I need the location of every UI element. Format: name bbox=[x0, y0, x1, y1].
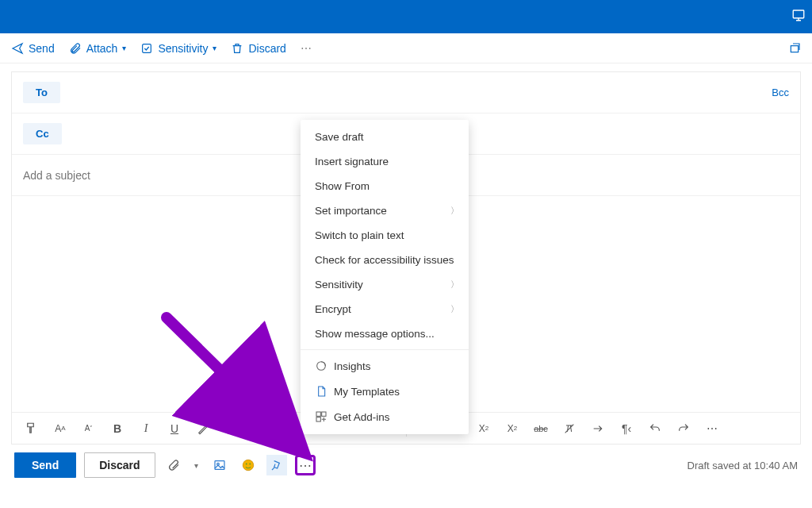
svg-rect-1 bbox=[143, 44, 151, 52]
menu-save-draft[interactable]: Save draft bbox=[301, 125, 469, 149]
insights-icon bbox=[315, 360, 327, 372]
compose-toolbar: Send Attach ▾ Sensitivity ▾ Discard ⋯ bbox=[0, 33, 812, 64]
highlight-button[interactable] bbox=[194, 420, 212, 437]
menu-sensitivity[interactable]: Sensitivity〉 bbox=[301, 272, 469, 297]
svg-point-16 bbox=[245, 464, 247, 465]
svg-point-15 bbox=[243, 460, 254, 471]
send-icon bbox=[11, 42, 24, 55]
toggle-format-bar-button[interactable] bbox=[266, 455, 287, 475]
attach-mini-button[interactable] bbox=[163, 455, 184, 475]
more-options-menu: Save draft Insert signature Show From Se… bbox=[301, 120, 469, 434]
menu-insert-signature[interactable]: Insert signature bbox=[301, 149, 469, 174]
menu-check-accessibility[interactable]: Check for accessibility issues bbox=[301, 248, 469, 272]
addins-icon bbox=[315, 410, 327, 423]
svg-rect-0 bbox=[793, 10, 804, 18]
more-toolbar-button[interactable]: ⋯ bbox=[301, 42, 312, 55]
separator bbox=[251, 421, 252, 437]
compose-pane: To Bcc Cc Save draft Insert signature Sh… bbox=[11, 71, 801, 444]
redo-button[interactable] bbox=[675, 420, 692, 437]
send-button[interactable]: Send bbox=[11, 42, 55, 55]
menu-get-addins[interactable]: Get Add-ins bbox=[301, 404, 469, 429]
paperclip-icon bbox=[69, 42, 82, 55]
format-more-button[interactable]: ⋯ bbox=[703, 420, 721, 437]
svg-rect-2 bbox=[791, 45, 798, 52]
to-row: To Bcc bbox=[12, 72, 800, 114]
svg-point-9 bbox=[267, 431, 269, 433]
draft-saved-status: Draft saved at 10:40 AM bbox=[688, 460, 798, 471]
superscript-button[interactable]: X2 bbox=[475, 420, 492, 437]
menu-set-importance[interactable]: Set importance〉 bbox=[301, 198, 469, 223]
underline-button[interactable]: U bbox=[166, 420, 183, 437]
menu-my-templates[interactable]: My Templates bbox=[301, 379, 469, 404]
sensitivity-button[interactable]: Sensitivity ▾ bbox=[140, 42, 216, 55]
menu-show-from[interactable]: Show From bbox=[301, 174, 469, 198]
svg-rect-13 bbox=[215, 461, 224, 470]
window-title-bar bbox=[0, 0, 812, 33]
feedback-icon[interactable] bbox=[791, 8, 806, 22]
discard-secondary-button[interactable]: Discard bbox=[84, 452, 155, 478]
cc-button[interactable]: Cc bbox=[23, 123, 62, 144]
send-label: Send bbox=[29, 42, 55, 55]
menu-encrypt[interactable]: Encrypt〉 bbox=[301, 297, 469, 321]
sensitivity-icon bbox=[140, 42, 153, 55]
font-color-button[interactable]: A bbox=[223, 420, 240, 437]
menu-separator bbox=[301, 349, 469, 350]
menu-switch-plain-text[interactable]: Switch to plain text bbox=[301, 223, 469, 248]
menu-insights[interactable]: Insights bbox=[301, 353, 469, 379]
font-size-down-icon[interactable]: A˅ bbox=[80, 420, 98, 437]
popout-button[interactable] bbox=[788, 42, 801, 55]
italic-button[interactable]: I bbox=[137, 420, 155, 437]
font-size-up-icon[interactable]: AA bbox=[52, 420, 69, 437]
ltr-button[interactable] bbox=[589, 420, 607, 437]
chevron-right-icon: 〉 bbox=[450, 279, 459, 291]
send-primary-button[interactable]: Send bbox=[14, 452, 76, 478]
svg-rect-4 bbox=[316, 412, 320, 416]
bullets-button[interactable] bbox=[263, 420, 281, 437]
menu-show-message-options[interactable]: Show message options... bbox=[301, 321, 469, 346]
to-button[interactable]: To bbox=[23, 82, 60, 103]
clear-format-button[interactable] bbox=[561, 420, 578, 437]
more-actions-button[interactable]: ⋯ bbox=[295, 455, 316, 475]
svg-text:3: 3 bbox=[295, 429, 297, 433]
rtl-button[interactable]: ¶‹ bbox=[618, 420, 635, 437]
insert-picture-button[interactable] bbox=[209, 455, 230, 475]
chevron-right-icon: 〉 bbox=[450, 205, 459, 217]
svg-point-17 bbox=[249, 464, 251, 465]
discard-label: Discard bbox=[248, 42, 285, 55]
chevron-down-icon: ▾ bbox=[213, 44, 216, 52]
undo-button[interactable] bbox=[646, 420, 664, 437]
svg-rect-6 bbox=[316, 418, 320, 421]
trash-icon bbox=[231, 42, 243, 55]
attach-chevron-icon[interactable]: ▾ bbox=[192, 455, 201, 475]
strikethrough-button[interactable]: abc bbox=[532, 420, 550, 437]
discard-button[interactable]: Discard bbox=[231, 42, 285, 55]
insert-emoji-button[interactable] bbox=[238, 455, 259, 475]
format-painter-icon[interactable] bbox=[23, 420, 40, 437]
templates-icon bbox=[315, 385, 327, 398]
svg-point-8 bbox=[267, 428, 269, 429]
bottom-action-bar: Send Discard ▾ ⋯ Draft saved at 10:40 AM bbox=[0, 444, 812, 486]
bcc-toggle[interactable]: Bcc bbox=[772, 87, 789, 98]
bold-button[interactable]: B bbox=[109, 420, 126, 437]
chevron-right-icon: 〉 bbox=[450, 303, 459, 315]
svg-point-7 bbox=[267, 425, 269, 426]
subscript-button[interactable]: X2 bbox=[504, 420, 521, 437]
attach-label: Attach bbox=[86, 42, 118, 55]
chevron-down-icon: ▾ bbox=[122, 44, 126, 52]
attach-button[interactable]: Attach ▾ bbox=[69, 42, 127, 55]
svg-rect-5 bbox=[322, 412, 326, 416]
sensitivity-label: Sensitivity bbox=[158, 42, 208, 55]
